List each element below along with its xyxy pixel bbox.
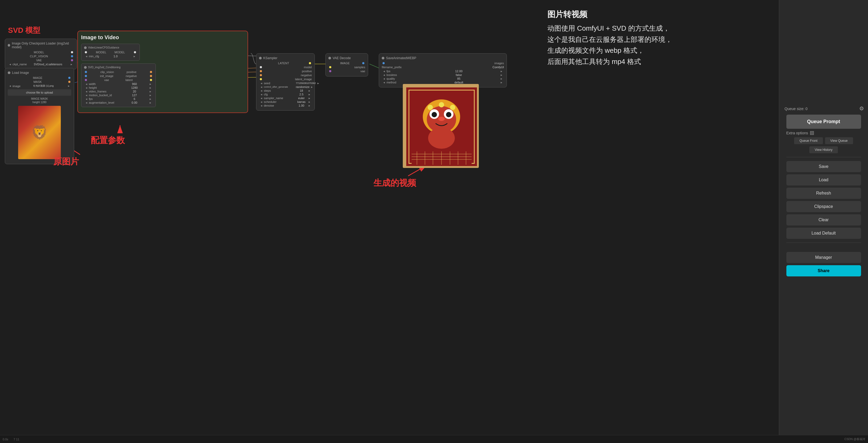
ksampler-scheduler: ◄ scheduler karras ► bbox=[259, 100, 312, 103]
svg-point-24 bbox=[439, 102, 444, 107]
svd-video-frames: ◄ video_frames 20 ► bbox=[84, 90, 153, 93]
checkpoint-node-title: Image Only Checkpoint Loader (img2vid mo… bbox=[8, 42, 74, 49]
view-history-button[interactable]: View History bbox=[809, 146, 838, 153]
preview-image: 🦁 bbox=[18, 106, 61, 159]
save-button[interactable]: Save bbox=[786, 161, 861, 172]
queue-front-button[interactable]: Queue Front bbox=[794, 137, 823, 144]
bottom-time: 0.0s bbox=[3, 438, 8, 441]
view-queue-button[interactable]: View Queue bbox=[825, 137, 853, 144]
checkpoint-node: Image Only Checkpoint Loader (img2vid mo… bbox=[5, 39, 77, 69]
manager-button[interactable]: Manager bbox=[786, 252, 861, 263]
height-label: height 1280 bbox=[8, 101, 71, 104]
load-button[interactable]: Load bbox=[786, 174, 861, 185]
svg-point-22 bbox=[438, 117, 445, 121]
vae-decode-vae-in: vae bbox=[329, 70, 365, 73]
bottom-bar: 0.0s 7 11 CSDN @春福河 bbox=[0, 435, 868, 443]
svg-line-7 bbox=[369, 64, 379, 68]
svd-conditioning-title: SVD_img2vid_Conditioning bbox=[84, 66, 153, 69]
vlcfg-model-in: MODEL MODEL bbox=[84, 50, 137, 54]
right-sidebar: Queue size: 0 ⚙ Queue Prompt Extra optio… bbox=[779, 0, 868, 443]
clear-button[interactable]: Clear bbox=[786, 214, 861, 226]
extra-options-row: Extra options bbox=[786, 131, 861, 135]
vae-decode-samples-in: samples bbox=[329, 66, 365, 69]
ksampler-title: KSampler bbox=[259, 56, 312, 60]
vae-decode-image-out: IMAGE bbox=[329, 62, 365, 65]
main-node-title: Image to Video bbox=[81, 34, 244, 40]
save-webp-method: ◄ method default ► bbox=[382, 81, 504, 84]
ksampler-positive-in: positive bbox=[259, 70, 312, 73]
info-line2: 动图使用 ComfyUI + SVD 的方式生成， bbox=[547, 23, 672, 34]
ksampler-cfg: ◄ cfg 2.5 ► bbox=[259, 93, 312, 96]
svd-augmentation: ◄ augmentation_level 0.00 ► bbox=[84, 101, 153, 104]
svd-conditioning-node: SVD_img2vid_Conditioning clip_vision pos… bbox=[81, 63, 156, 107]
save-webp-node: SaveAnimatedWEBP images filename_prefix … bbox=[379, 53, 507, 88]
small-buttons-row: Queue Front View Queue bbox=[786, 137, 861, 144]
ksampler-denoise: ◄ denoise 1.00 ► bbox=[259, 104, 312, 107]
info-line3: 这个是我自己在云服务器上部署的环境， bbox=[547, 34, 672, 45]
clipspace-button[interactable]: Clipspace bbox=[786, 201, 861, 212]
save-webp-quality: ◄ quality 85 ► bbox=[382, 77, 504, 80]
extra-options-label: Extra options bbox=[786, 131, 808, 135]
info-line5: 后面用其他工具转为 mp4 格式 bbox=[547, 56, 672, 67]
bottom-fps: 7 11 bbox=[13, 438, 19, 441]
ksampler-control-after: ◄ control_after_generate randomize ► bbox=[259, 85, 312, 89]
queue-size-label: Queue size: 0 bbox=[784, 107, 807, 111]
generated-image bbox=[403, 84, 479, 168]
checkpoint-ckpt-row: ◄ ckpt_name SVD/svd_xt.safetensors ► bbox=[8, 63, 74, 66]
separator-1 bbox=[786, 157, 861, 157]
original-image-annotation: 原图片 bbox=[53, 156, 79, 168]
load-default-button[interactable]: Load Default bbox=[786, 228, 861, 239]
ksampler-model-in: model bbox=[259, 66, 312, 69]
svg-point-25 bbox=[450, 105, 455, 110]
ksampler-sampler-name: ◄ sampler_name euler ► bbox=[259, 97, 312, 100]
load-image-mask-row: MASK bbox=[8, 80, 71, 83]
settings-icon[interactable]: ⚙ bbox=[859, 105, 864, 112]
info-line4: 生成的视频文件为 webp 格式， bbox=[547, 45, 672, 56]
refresh-button[interactable]: Refresh bbox=[786, 188, 861, 199]
ksampler-node: KSampler LATENT model positive negative … bbox=[256, 53, 315, 111]
info-box: 图片转视频 动图使用 ComfyUI + SVD 的方式生成， 这个是我自己在云… bbox=[547, 8, 672, 67]
load-image-out-row: IMAGE bbox=[8, 76, 71, 79]
config-params-annotation: 配置参数 bbox=[91, 135, 125, 146]
save-webp-title: SaveAnimatedWEBP bbox=[382, 56, 504, 60]
vlcfg-min-cfg: ◄ min_cfg 1.0 ► bbox=[84, 55, 137, 58]
upload-button[interactable]: choose file to upload bbox=[8, 89, 71, 96]
load-image-node: Load Image IMAGE MASK ◄ image 红包封面新 (1).… bbox=[5, 68, 74, 164]
main-node: Image to Video VideoLinearCFGGuidance MO… bbox=[78, 31, 248, 113]
bottom-credit: CSDN @春福河 bbox=[844, 437, 865, 441]
queue-prompt-button[interactable]: Queue Prompt bbox=[786, 114, 861, 129]
svd-width: ◄ width 960 ► bbox=[84, 82, 153, 86]
load-image-value-row: ◄ image 红包封面新 (1).png ► bbox=[8, 84, 71, 88]
save-webp-fps: ◄ fps 12.00 ► bbox=[382, 70, 504, 73]
checkpoint-clip-row: CLIP_VISION bbox=[8, 55, 74, 58]
svd-motion-bucket: ◄ motion_bucket_id 127 ► bbox=[84, 94, 153, 97]
generated-video-annotation: 生成的视频 bbox=[373, 177, 416, 189]
save-webp-lossless: ◄ lossless false ► bbox=[382, 73, 504, 76]
svg-point-23 bbox=[428, 105, 433, 110]
load-image-node-title: Load Image bbox=[8, 71, 71, 75]
ksampler-latent-in: latent_image bbox=[259, 77, 312, 81]
ksampler-steps: ◄ steps 18 ► bbox=[259, 89, 312, 92]
vae-decode-title: VAE Decode bbox=[329, 56, 365, 60]
svg-point-20 bbox=[432, 112, 437, 117]
extra-options-checkbox[interactable] bbox=[810, 131, 814, 135]
svg-point-26 bbox=[428, 127, 455, 149]
svd-init-row: init_image negative bbox=[84, 74, 153, 77]
svd-clip-row: clip_vision positive bbox=[84, 70, 153, 74]
video-linear-node: VideoLinearCFGGuidance MODEL MODEL ◄ min… bbox=[81, 44, 140, 61]
share-button[interactable]: Share bbox=[786, 265, 861, 276]
svd-fps: ◄ fps 6 ► bbox=[84, 97, 153, 101]
svd-vae-row: vae latent bbox=[84, 78, 153, 81]
checkpoint-model-row: MODEL bbox=[8, 50, 74, 54]
canvas-area: 图片转视频 动图使用 ComfyUI + SVD 的方式生成， 这个是我自己在云… bbox=[0, 0, 779, 443]
svd-height: ◄ height 1280 ► bbox=[84, 86, 153, 89]
ksampler-negative-in: negative bbox=[259, 74, 312, 77]
svd-model-annotation: SVD 模型 bbox=[8, 25, 40, 35]
video-linear-title: VideoLinearCFGGuidance bbox=[84, 46, 137, 49]
save-webp-filename: filename_prefix ComfyUI bbox=[382, 66, 504, 69]
save-webp-images-in: images bbox=[382, 62, 504, 65]
small-buttons-row-2: View History bbox=[786, 146, 861, 153]
svg-point-21 bbox=[446, 112, 451, 117]
ksampler-seed: ◄ seed 771556381070362 ► bbox=[259, 81, 312, 85]
image-mask-label: IMAGE MASK bbox=[8, 97, 71, 100]
